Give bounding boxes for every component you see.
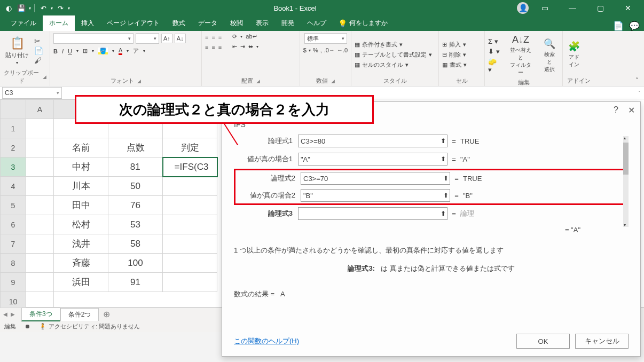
underline-button[interactable]: U bbox=[68, 48, 72, 54]
ok-button[interactable]: OK bbox=[516, 334, 570, 349]
cell-b7[interactable]: 浅井 bbox=[54, 234, 108, 254]
paste-button[interactable]: 📋 貼り付け ▾ bbox=[3, 35, 31, 66]
col-header-a[interactable]: A bbox=[26, 100, 54, 119]
sheet-nav-next-icon[interactable]: ▶ bbox=[11, 311, 15, 317]
arg5-input[interactable]: ⬆ bbox=[298, 207, 447, 220]
conditional-formatting-button[interactable]: ▦条件付き書式 ▾ bbox=[355, 41, 432, 49]
decrease-indent-icon[interactable]: ⇤ bbox=[232, 43, 237, 50]
ribbon-display-icon[interactable]: ▭ bbox=[533, 0, 556, 16]
align-top-icon[interactable]: ≡ bbox=[205, 34, 208, 40]
save-icon[interactable]: 💾 bbox=[16, 3, 27, 13]
align-middle-icon[interactable]: ≡ bbox=[211, 34, 215, 40]
cell-c9[interactable]: 91 bbox=[108, 273, 163, 292]
comments-icon[interactable]: 💬 bbox=[629, 21, 640, 31]
cell-c4[interactable]: 50 bbox=[108, 177, 163, 196]
sheet-nav-prev-icon[interactable]: ◀ bbox=[3, 311, 7, 317]
increase-decimal-icon[interactable]: .0→ bbox=[324, 47, 335, 53]
format-cells-button[interactable]: ▦ 書式 ▾ bbox=[442, 61, 467, 69]
fill-color-icon[interactable]: 🪣 bbox=[98, 48, 108, 54]
cell-c8[interactable]: 100 bbox=[108, 254, 163, 273]
format-as-table-button[interactable]: ▦テーブルとして書式設定 ▾ bbox=[355, 51, 432, 59]
tab-insert[interactable]: 挿入 bbox=[75, 15, 100, 31]
cell-c6[interactable]: 53 bbox=[108, 215, 163, 234]
dialog-close-icon[interactable]: ✕ bbox=[628, 105, 635, 115]
range-picker-icon[interactable]: ⬆ bbox=[443, 175, 449, 182]
tab-review[interactable]: 校閲 bbox=[224, 15, 249, 31]
cell-c2[interactable]: 点数 bbox=[108, 138, 163, 158]
cell-b3[interactable]: 中村 bbox=[54, 158, 108, 177]
delete-cells-button[interactable]: ⊟ 削除 ▾ bbox=[442, 51, 467, 59]
row-header-2[interactable]: 2 bbox=[1, 138, 26, 158]
font-size-combo[interactable] bbox=[136, 33, 159, 44]
copy-icon[interactable]: 📄 bbox=[34, 46, 43, 55]
scrollbar-thumb[interactable] bbox=[623, 143, 629, 175]
row-header-3[interactable]: 3 bbox=[1, 158, 26, 177]
sheet-tab-1[interactable]: 条件3つ bbox=[21, 308, 60, 321]
sheet-tab-2[interactable]: 条件2つ bbox=[60, 308, 99, 321]
cell-c5[interactable]: 76 bbox=[108, 196, 163, 215]
currency-icon[interactable]: $ bbox=[303, 47, 307, 53]
tab-page-layout[interactable]: ページ レイアウト bbox=[100, 15, 166, 31]
range-picker-icon[interactable]: ⬆ bbox=[441, 155, 446, 163]
add-sheet-button[interactable]: ⊕ bbox=[99, 309, 114, 320]
addins-button[interactable]: 🧩 アド イン bbox=[566, 40, 582, 69]
align-right-icon[interactable]: ≡ bbox=[218, 44, 222, 50]
macro-record-icon[interactable]: ⏺ bbox=[25, 323, 30, 329]
row-header-4[interactable]: 4 bbox=[1, 177, 26, 196]
tab-formulas[interactable]: 数式 bbox=[166, 15, 192, 31]
format-painter-icon[interactable]: 🖌 bbox=[34, 56, 43, 65]
arg4-input[interactable]: "B"⬆ bbox=[301, 189, 450, 202]
name-box[interactable]: C3 bbox=[2, 87, 62, 99]
merge-icon[interactable]: ⬌ bbox=[248, 43, 253, 50]
range-picker-icon[interactable]: ⬆ bbox=[441, 137, 446, 145]
share-icon[interactable]: 📄 bbox=[613, 21, 624, 31]
clipboard-launcher-icon[interactable]: ◢ bbox=[43, 74, 46, 80]
tab-home[interactable]: ホーム bbox=[43, 15, 75, 31]
increase-font-icon[interactable]: A↑ bbox=[161, 34, 172, 43]
row-header-9[interactable]: 9 bbox=[1, 273, 26, 292]
arg2-input[interactable]: "A"⬆ bbox=[298, 153, 447, 166]
cell-d2[interactable]: 判定 bbox=[163, 138, 217, 158]
tell-me-search[interactable]: 💡 何をしますか bbox=[333, 15, 393, 31]
row-header-5[interactable]: 5 bbox=[1, 196, 26, 215]
select-all-corner[interactable] bbox=[1, 100, 26, 119]
formula-bar-expand-icon[interactable]: ˅ bbox=[638, 90, 641, 96]
insert-cells-button[interactable]: ⊞ 挿入 ▾ bbox=[442, 41, 467, 49]
bold-button[interactable]: B bbox=[53, 48, 58, 54]
align-left-icon[interactable]: ≡ bbox=[205, 44, 208, 50]
row-header-7[interactable]: 7 bbox=[1, 234, 26, 254]
comma-icon[interactable]: , bbox=[320, 47, 322, 53]
autosave-toggle[interactable]: ◐ bbox=[3, 3, 14, 13]
qat-customize-icon[interactable]: ▾ bbox=[68, 6, 70, 11]
decrease-decimal-icon[interactable]: ←.0 bbox=[337, 47, 348, 53]
cell-b2[interactable]: 名前 bbox=[54, 138, 108, 158]
cell-b9[interactable]: 浜田 bbox=[54, 273, 108, 292]
tab-developer[interactable]: 開発 bbox=[275, 15, 301, 31]
font-color-icon[interactable]: A bbox=[119, 47, 122, 55]
fill-icon[interactable]: ⬇ ▾ bbox=[488, 48, 501, 56]
decrease-font-icon[interactable]: A↓ bbox=[175, 34, 186, 43]
undo-icon[interactable]: ↶ bbox=[38, 3, 49, 13]
align-center-icon[interactable]: ≡ bbox=[211, 44, 215, 50]
find-select-button[interactable]: 🔍 検索と 選択 bbox=[540, 37, 559, 74]
collapse-ribbon-icon[interactable]: ˄ bbox=[635, 77, 639, 84]
cell-styles-button[interactable]: ▦セルのスタイル ▾ bbox=[355, 61, 432, 69]
tab-help[interactable]: ヘルプ bbox=[301, 15, 333, 31]
args-scrollbar[interactable]: ▴ ▾ bbox=[623, 136, 629, 227]
minimize-button[interactable]: — bbox=[561, 0, 584, 16]
number-format-combo[interactable]: 標準 bbox=[304, 33, 347, 44]
font-launcher-icon[interactable]: ◢ bbox=[137, 78, 141, 84]
maximize-button[interactable]: ▢ bbox=[588, 0, 612, 16]
autosum-icon[interactable]: Σ ▾ bbox=[488, 37, 501, 45]
row-header-8[interactable]: 8 bbox=[1, 254, 26, 273]
border-icon[interactable]: ⊞ bbox=[83, 48, 88, 54]
increase-indent-icon[interactable]: ⇥ bbox=[240, 43, 245, 50]
arg1-input[interactable]: C3>=80⬆ bbox=[298, 135, 447, 147]
sort-filter-button[interactable]: A↓Z 並べ替えと フィルター bbox=[506, 33, 535, 77]
percent-icon[interactable]: % bbox=[313, 47, 318, 53]
arg3-input[interactable]: C3>=70⬆ bbox=[301, 172, 450, 185]
cancel-button[interactable]: キャンセル bbox=[575, 334, 629, 349]
close-button[interactable]: ✕ bbox=[616, 0, 640, 16]
number-launcher-icon[interactable]: ◢ bbox=[331, 78, 335, 84]
font-name-combo[interactable] bbox=[53, 33, 133, 44]
